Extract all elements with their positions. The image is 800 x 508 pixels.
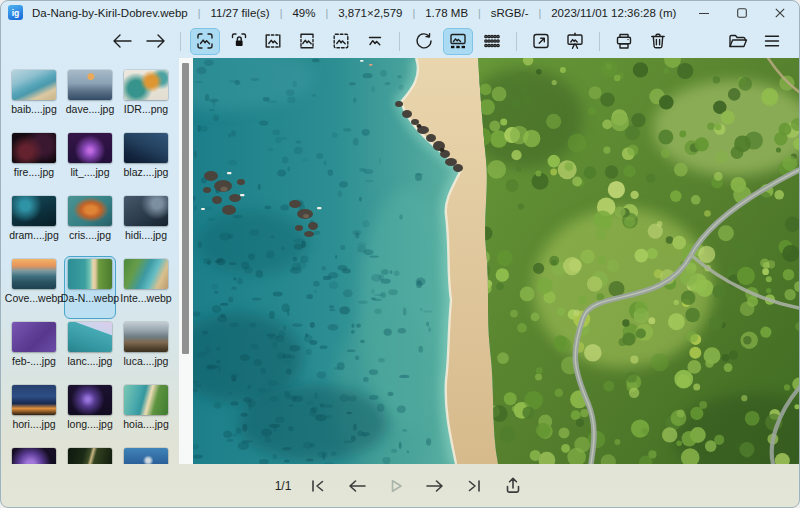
thumbnail-image: [68, 322, 112, 352]
print-button[interactable]: [609, 28, 639, 55]
slideshow-button[interactable]: [560, 28, 590, 55]
thumbnail-image: [68, 259, 112, 289]
thumbnail-item[interactable]: Da-N...webp: [64, 256, 116, 319]
close-button[interactable]: [761, 1, 799, 24]
hamburger-menu-icon: [762, 31, 782, 51]
previous-image-button[interactable]: [344, 475, 370, 497]
thumbnail-item[interactable]: [8, 445, 60, 464]
back-icon: [111, 32, 133, 50]
thumbnail-filename: feb-....jpg: [12, 355, 56, 367]
title-separator: |: [412, 7, 415, 19]
title-segment: sRGB/-: [491, 7, 529, 19]
thumbnail-item[interactable]: Inte...webp: [120, 256, 172, 319]
thumbnail-item[interactable]: fire....jpg: [8, 130, 60, 193]
title-separator: |: [198, 7, 201, 19]
toolbar: [1, 24, 799, 58]
lock-zoom-button[interactable]: [224, 28, 254, 55]
back-button[interactable]: [107, 28, 137, 55]
title-segment: 1.78 MB: [425, 7, 468, 19]
main-menu-button[interactable]: [757, 28, 787, 55]
close-icon: [775, 8, 785, 18]
maximize-icon: [737, 8, 747, 18]
thumbnail-item[interactable]: IDR...png: [120, 67, 172, 130]
lock-zoom-icon: [229, 31, 249, 51]
thumbnail-item[interactable]: [64, 445, 116, 464]
thumbnail-item[interactable]: luca....jpg: [120, 319, 172, 382]
toolbar-separator: [516, 32, 517, 51]
refresh-button[interactable]: [409, 28, 439, 55]
thumbnail-image: [124, 322, 168, 352]
thumbnail-item[interactable]: Cove...webp: [8, 256, 60, 319]
title-separator: |: [478, 7, 481, 19]
thumbnail-image: [12, 322, 56, 352]
thumbnail-filename: lit_....jpg: [70, 166, 109, 178]
play-slideshow-button[interactable]: [385, 475, 407, 497]
thumbnail-item[interactable]: lit_....jpg: [64, 130, 116, 193]
imageglass-window: ig Da-Nang-by-Kiril-Dobrev.webp|11/27 fi…: [0, 0, 800, 508]
thumbnail-image: [12, 448, 56, 464]
thumbnail-image: [68, 133, 112, 163]
thumbnail-item[interactable]: baib....jpg: [8, 67, 60, 130]
checkerboard-icon: [482, 31, 502, 51]
thumbnail-item[interactable]: feb-....jpg: [8, 319, 60, 382]
toolbar-separator: [599, 32, 600, 51]
thumbnail-image: [124, 259, 168, 289]
image-viewport[interactable]: [193, 58, 799, 464]
thumbnail-filename: dram....jpg: [9, 229, 59, 241]
first-image-button[interactable]: [306, 475, 329, 497]
thumbnail-item[interactable]: dave....jpg: [64, 67, 116, 130]
thumbnail-image: [124, 196, 168, 226]
thumbnail-gallery: baib....jpg dave....jpg IDR...png fire..…: [1, 58, 179, 464]
toolbar-separator: [399, 32, 400, 51]
scale-to-width-button[interactable]: [258, 28, 288, 55]
thumbnail-image: [68, 385, 112, 415]
gallery-scrollbar-thumb[interactable]: [182, 63, 189, 354]
thumbnail-image: [12, 70, 56, 100]
thumbnail-item[interactable]: cris....jpg: [64, 193, 116, 256]
thumbnail-filename: baib....jpg: [11, 103, 57, 115]
thumbnail-item[interactable]: dram....jpg: [8, 193, 60, 256]
thumbnail-item[interactable]: [120, 445, 172, 464]
play-icon: [387, 477, 405, 495]
forward-button[interactable]: [141, 28, 171, 55]
thumbnail-item[interactable]: hori....jpg: [8, 382, 60, 445]
pager-bar: 1/1: [1, 464, 799, 507]
skip-to-last-icon: [465, 477, 484, 495]
open-folder-icon: [727, 31, 749, 51]
thumbnail-filename: luca....jpg: [124, 355, 169, 367]
thumbnail-item[interactable]: hidi....jpg: [120, 193, 172, 256]
thumbnail-image: [12, 133, 56, 163]
thumbnail-item[interactable]: lanc....jpg: [64, 319, 116, 382]
window-controls: [685, 1, 799, 24]
toolbar-separator: [180, 32, 181, 51]
thumbnail-filename: Cove...webp: [5, 292, 63, 304]
open-file-button[interactable]: [723, 28, 753, 55]
maximize-button[interactable]: [723, 1, 761, 24]
auto-zoom-button[interactable]: [190, 28, 220, 55]
title-segment: 3,871×2,579: [338, 7, 402, 19]
thumbnail-item[interactable]: long....jpg: [64, 382, 116, 445]
scale-to-fit-button[interactable]: [326, 28, 356, 55]
title-segment: 2023/11/01 12:36:28 (m): [551, 7, 676, 19]
delete-button[interactable]: [643, 28, 673, 55]
gallery-button[interactable]: [443, 28, 473, 55]
checkerboard-button[interactable]: [477, 28, 507, 55]
scale-to-height-button[interactable]: [292, 28, 322, 55]
thumbnail-image: [68, 448, 112, 464]
export-button[interactable]: [501, 474, 525, 497]
minimize-button[interactable]: [685, 1, 723, 24]
thumbnail-item[interactable]: hoia....jpg: [120, 382, 172, 445]
print-icon: [614, 31, 634, 51]
last-image-button[interactable]: [463, 475, 486, 497]
scale-to-fill-button[interactable]: [360, 28, 390, 55]
thumbnail-image: [124, 448, 168, 464]
thumbnail-filename: hoia....jpg: [123, 418, 169, 430]
gallery-scrollbar[interactable]: [179, 58, 193, 464]
thumbnail-item[interactable]: blaz....jpg: [120, 130, 172, 193]
thumbnail-filename: Inte...webp: [120, 292, 171, 304]
thumbnail-image: [124, 70, 168, 100]
title-separator: |: [538, 7, 541, 19]
fullscreen-button[interactable]: [526, 28, 556, 55]
next-image-button[interactable]: [422, 475, 448, 497]
scale-to-height-icon: [297, 31, 317, 51]
